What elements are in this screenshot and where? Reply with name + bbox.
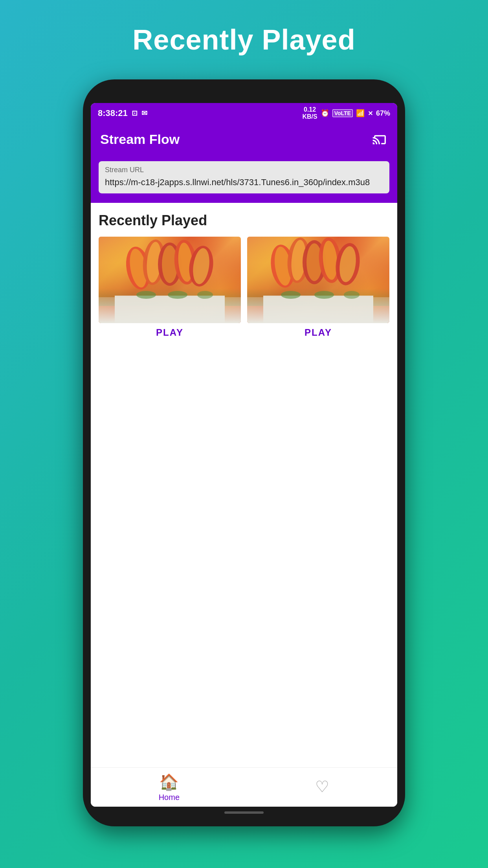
recently-played-title: Recently Played	[99, 212, 389, 229]
svg-rect-10	[115, 296, 225, 323]
status-time: 8:38:21	[98, 108, 128, 118]
status-bar-right: 0.12KB/S ⏰ VoLTE 📶 ✕ 67%	[302, 106, 390, 120]
svg-point-11	[136, 291, 156, 299]
phone-screen: 8:38:21 ⊡ ✉ 0.12KB/S ⏰ VoLTE 📶 ✕ 67% Str…	[91, 103, 397, 807]
phone-top-notch	[91, 87, 397, 103]
url-label: Stream URL	[105, 166, 383, 174]
status-bar: 8:38:21 ⊡ ✉ 0.12KB/S ⏰ VoLTE 📶 ✕ 67%	[91, 103, 397, 123]
url-input-box[interactable]: Stream URL https://m-c18-j2apps.s.llnwi.…	[99, 161, 389, 193]
app-bar: Stream Flow	[91, 123, 397, 155]
play-button-2[interactable]: PLAY	[305, 327, 332, 338]
home-label: Home	[159, 793, 180, 802]
bottom-nav: 🏠 Home ♡	[91, 767, 397, 807]
signal-x-icon: ✕	[368, 110, 373, 117]
url-container: Stream URL https://m-c18-j2apps.s.llnwi.…	[91, 155, 397, 203]
tulip-svg-2	[247, 237, 389, 323]
video-grid: PLAY	[99, 237, 389, 338]
cast-icon	[372, 131, 388, 146]
svg-point-13	[197, 291, 213, 299]
video-thumbnail-2	[247, 237, 389, 323]
home-icon: 🏠	[159, 773, 179, 791]
volte-badge: VoLTE	[332, 109, 353, 117]
svg-point-27	[344, 291, 360, 299]
tulip-image-1	[99, 237, 241, 323]
nav-item-favorites[interactable]: ♡	[315, 778, 329, 797]
data-speed: 0.12KB/S	[302, 106, 317, 120]
tulip-image-2	[247, 237, 389, 323]
page-title: Recently Played	[132, 24, 355, 56]
content-area: Recently Played	[91, 203, 397, 767]
alarm-icon: ⏰	[321, 109, 329, 118]
favorites-icon: ♡	[315, 778, 329, 796]
status-bar-left: 8:38:21 ⊡ ✉	[98, 108, 147, 118]
play-button-1[interactable]: PLAY	[156, 327, 183, 338]
svg-rect-24	[263, 296, 373, 323]
app-bar-title: Stream Flow	[100, 132, 180, 147]
video-card-1[interactable]: PLAY	[99, 237, 241, 338]
nav-item-home[interactable]: 🏠 Home	[159, 773, 180, 802]
media-icon: ⊡	[132, 109, 138, 118]
video-thumbnail-1	[99, 237, 241, 323]
home-indicator	[224, 811, 264, 814]
svg-point-26	[314, 291, 334, 299]
email-icon: ✉	[141, 109, 147, 118]
battery-level: 67%	[376, 109, 390, 118]
video-card-2[interactable]: PLAY	[247, 237, 389, 338]
wifi-icon: 📶	[356, 109, 365, 118]
tulip-svg-1	[99, 237, 241, 323]
cast-button[interactable]	[372, 131, 388, 148]
svg-point-12	[168, 291, 187, 299]
svg-point-25	[281, 291, 301, 299]
url-value: https://m-c18-j2apps.s.llnwi.net/hls/373…	[105, 177, 383, 189]
phone-frame: 8:38:21 ⊡ ✉ 0.12KB/S ⏰ VoLTE 📶 ✕ 67% Str…	[83, 79, 405, 826]
phone-bottom-bar	[91, 807, 397, 818]
